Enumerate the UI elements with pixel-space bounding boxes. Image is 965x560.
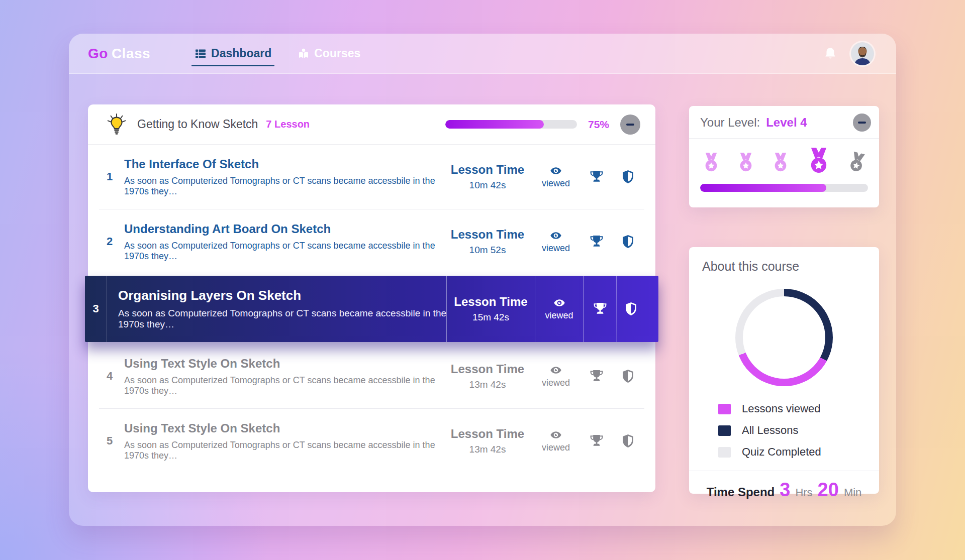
viewed-label: viewed <box>542 178 570 189</box>
level-progress-fill <box>700 184 826 192</box>
lesson-row-3-active[interactable]: 3 Organising Layers On Sketch As soon as… <box>85 276 658 342</box>
lesson-description: As soon as Computerized Tomographs or CT… <box>118 308 446 330</box>
trophy-icon[interactable] <box>589 369 604 384</box>
lesson-time-value: 10m 52s <box>469 245 506 256</box>
eye-icon <box>548 429 564 441</box>
lesson-number: 3 <box>85 276 107 342</box>
medal-icon-earned-3 <box>770 152 791 174</box>
lesson-number: 1 <box>101 170 118 183</box>
legend-item-quiz-completed: Quiz Completed <box>718 445 879 459</box>
course-card-header: Getting to Know Sketch 7 Lesson 75% <box>88 104 655 145</box>
collapse-level-button[interactable] <box>853 114 871 132</box>
lesson-time-label: Lesson Time <box>451 228 524 242</box>
lesson-count: 7 Lesson <box>266 119 310 130</box>
viewed-label: viewed <box>542 378 570 388</box>
lesson-time-value: 13m 42s <box>469 444 506 455</box>
eye-icon <box>548 364 564 376</box>
reader-icon <box>298 48 310 60</box>
brand-logo[interactable]: GoClass <box>88 46 150 62</box>
time-spend-label: Time Spend <box>707 485 775 499</box>
trophy-icon[interactable] <box>589 169 604 184</box>
eye-icon <box>548 230 564 242</box>
trophy-icon[interactable] <box>589 234 604 249</box>
nav-tab-label: Courses <box>314 47 360 60</box>
lesson-time-label: Lesson Time <box>451 163 524 177</box>
lesson-time-label: Lesson Time <box>451 362 524 376</box>
top-right-actions <box>824 42 874 65</box>
eye-icon <box>548 165 564 177</box>
course-progress-fill <box>445 120 544 129</box>
legend-swatch <box>718 447 731 458</box>
time-spend-row: Time Spend 3 Hrs 20 Min <box>689 471 879 501</box>
medal-icon-earned-1 <box>701 152 721 174</box>
legend-swatch <box>718 425 731 436</box>
course-donut <box>735 289 833 386</box>
lesson-time-label: Lesson Time <box>454 295 527 309</box>
shield-icon[interactable] <box>621 369 635 384</box>
shield-icon[interactable] <box>624 301 638 316</box>
lesson-description: As soon as Computerized Tomographs or CT… <box>124 176 443 197</box>
donut-legend: Lessons viewed All Lessons Quiz Complete… <box>718 402 879 459</box>
brand-first: Go <box>88 46 108 61</box>
lesson-row-4[interactable]: 4 Using Text Style On Sketch As soon as … <box>88 344 655 408</box>
trophy-icon[interactable] <box>589 433 604 449</box>
lesson-title[interactable]: Understanding Art Board On Sketch <box>124 222 443 236</box>
bell-icon[interactable] <box>824 47 837 61</box>
shield-icon[interactable] <box>621 169 635 184</box>
lesson-time-value: 13m 42s <box>469 379 506 390</box>
avatar[interactable] <box>851 42 874 65</box>
top-nav-bar: GoClass Dashboard Courses <box>69 34 896 74</box>
about-course-card: About this course Lessons viewed All Les… <box>689 247 879 494</box>
time-spend-hours-unit: Hrs <box>795 486 812 499</box>
lesson-description: As soon as Computerized Tomographs or CT… <box>124 241 443 262</box>
time-spend-minutes: 20 <box>818 479 839 501</box>
legend-item-all-lessons: All Lessons <box>718 424 879 437</box>
lesson-row-5[interactable]: 5 Using Text Style On Sketch As soon as … <box>88 409 655 473</box>
lesson-time-label: Lesson Time <box>451 427 524 441</box>
nav-tab-courses[interactable]: Courses <box>298 34 360 73</box>
viewed-label: viewed <box>542 243 570 254</box>
lesson-row-1[interactable]: 1 The Interface Of Sketch As soon as Com… <box>88 145 655 209</box>
collapse-course-button[interactable] <box>620 115 640 135</box>
lightbulb-icon <box>105 113 128 136</box>
level-progress-bar <box>700 184 868 192</box>
list-icon <box>195 48 207 60</box>
lesson-description: As soon as Computerized Tomographs or CT… <box>124 375 443 396</box>
lesson-number: 5 <box>101 434 118 447</box>
lesson-title[interactable]: Using Text Style On Sketch <box>124 421 443 435</box>
shield-icon[interactable] <box>621 234 635 249</box>
about-title: About this course <box>689 247 879 274</box>
lesson-number: 4 <box>101 370 118 383</box>
medal-icon-locked <box>844 150 869 176</box>
lesson-list: 1 The Interface Of Sketch As soon as Com… <box>88 145 655 473</box>
time-spend-hours: 3 <box>780 479 790 501</box>
medal-icon-earned-2 <box>736 152 756 174</box>
course-lessons-card: Getting to Know Sketch 7 Lesson 75% 1 Th… <box>88 104 655 492</box>
main-nav: Dashboard Courses <box>195 34 360 73</box>
medal-icon-current <box>805 147 832 176</box>
lesson-number: 2 <box>101 235 118 248</box>
level-label: Your Level: <box>700 116 760 130</box>
lesson-title[interactable]: Organising Layers On Sketch <box>118 288 446 303</box>
time-spend-minutes-unit: Min <box>844 486 861 499</box>
legend-item-lessons-viewed: Lessons viewed <box>718 402 879 415</box>
lesson-title[interactable]: Using Text Style On Sketch <box>124 357 443 371</box>
nav-tab-label: Dashboard <box>211 47 271 60</box>
legend-swatch <box>718 404 731 414</box>
course-progress-percent: 75% <box>588 119 609 131</box>
your-level-card: Your Level: Level 4 <box>689 106 879 207</box>
eye-icon <box>551 297 567 309</box>
lesson-row-2[interactable]: 2 Understanding Art Board On Sketch As s… <box>88 209 655 274</box>
course-title: Getting to Know Sketch <box>137 118 258 131</box>
brand-second: Class <box>112 46 150 61</box>
viewed-label: viewed <box>542 442 570 453</box>
app-window: GoClass Dashboard Courses <box>69 34 896 526</box>
shield-icon[interactable] <box>621 433 635 449</box>
trophy-icon[interactable] <box>593 301 608 316</box>
course-progress-bar <box>445 120 577 129</box>
nav-tab-dashboard[interactable]: Dashboard <box>195 34 271 73</box>
lesson-title[interactable]: The Interface Of Sketch <box>124 157 443 171</box>
viewed-label: viewed <box>545 310 573 321</box>
lesson-time-value: 15m 42s <box>472 312 509 323</box>
lesson-time-value: 10m 42s <box>469 180 506 191</box>
